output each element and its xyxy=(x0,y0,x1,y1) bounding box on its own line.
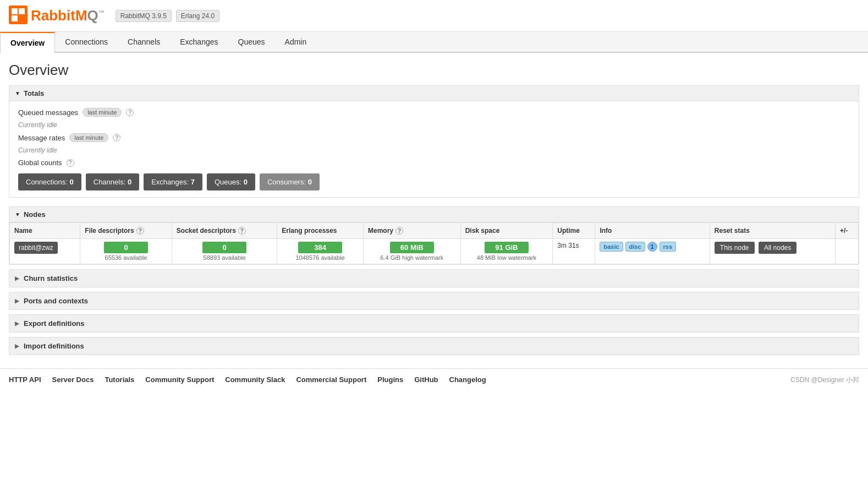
svg-rect-4 xyxy=(20,17,23,20)
nav-channels[interactable]: Channels xyxy=(118,32,170,52)
nav-exchanges[interactable]: Exchanges xyxy=(170,32,228,52)
nodes-content: Name File descriptors ? Socket descripto… xyxy=(9,222,859,265)
svg-rect-3 xyxy=(12,15,18,21)
footer-community-support[interactable]: Community Support xyxy=(145,375,214,385)
badge-basic[interactable]: basic xyxy=(600,242,623,252)
th-info: Info xyxy=(595,223,710,239)
global-counts-help[interactable]: ? xyxy=(67,159,74,167)
main-nav: Overview Connections Channels Exchanges … xyxy=(0,32,868,53)
churn-arrow: ▶ xyxy=(15,275,19,281)
footer-community-slack[interactable]: Community Slack xyxy=(225,375,285,385)
ports-contexts-header[interactable]: ▶ Ports and contexts xyxy=(9,292,859,310)
page-title: Overview xyxy=(9,62,859,79)
ports-arrow: ▶ xyxy=(15,298,19,304)
reset-stats-cell: This node All nodes xyxy=(710,239,835,264)
all-nodes-button[interactable]: All nodes xyxy=(759,242,796,254)
queued-messages-row: Queued messages last minute ? xyxy=(18,108,850,117)
disk-space-bar: 91 GiB xyxy=(485,242,529,253)
uptime-value: 3m 31s xyxy=(557,242,579,249)
totals-arrow: ▼ xyxy=(15,90,20,96)
this-node-button[interactable]: This node xyxy=(715,242,755,254)
currently-idle-1-row: Currently idle xyxy=(18,121,850,129)
footer-tutorials[interactable]: Tutorials xyxy=(105,375,134,385)
churn-statistics-label: Churn statistics xyxy=(24,274,78,282)
nodes-header[interactable]: ▼ Nodes xyxy=(9,206,859,222)
uptime-cell: 3m 31s xyxy=(553,239,595,264)
footer-changelog[interactable]: Changelog xyxy=(449,375,486,385)
connections-label: Connections: xyxy=(26,178,68,186)
message-rates-label: Message rates xyxy=(18,134,65,142)
queues-label: Queues: xyxy=(215,178,241,186)
ports-contexts-label: Ports and contexts xyxy=(24,297,88,305)
connections-count-btn[interactable]: Connections: 0 xyxy=(18,173,81,190)
th-file-desc-help[interactable]: ? xyxy=(136,227,144,235)
nodes-table-header-row: Name File descriptors ? Socket descripto… xyxy=(10,223,859,239)
socket-descriptors-bar: 0 xyxy=(202,242,246,253)
footer: HTTP API Server Docs Tutorials Community… xyxy=(0,368,868,391)
badge-disc[interactable]: disc xyxy=(625,242,645,252)
th-memory-help[interactable]: ? xyxy=(395,227,403,235)
ports-contexts-section: ▶ Ports and contexts xyxy=(9,292,859,310)
footer-plugins[interactable]: Plugins xyxy=(377,375,403,385)
footer-credit: CSDN @Designer 小邦 xyxy=(497,375,859,385)
th-erlang-processes: Erlang processes xyxy=(277,223,364,239)
queued-messages-badge[interactable]: last minute xyxy=(83,108,122,117)
info-badges: basic disc 1 rss xyxy=(600,242,705,252)
queues-count-btn[interactable]: Queues: 0 xyxy=(207,173,255,190)
erlang-processes-bar: 384 xyxy=(298,242,342,253)
th-uptime: Uptime xyxy=(553,223,595,239)
import-definitions-label: Import definitions xyxy=(24,342,84,350)
footer-commercial-support[interactable]: Commercial Support xyxy=(296,375,366,385)
export-definitions-section: ▶ Export definitions xyxy=(9,314,859,333)
nav-admin[interactable]: Admin xyxy=(275,32,317,52)
churn-statistics-header[interactable]: ▶ Churn statistics xyxy=(9,269,859,287)
channels-count-btn[interactable]: Channels: 0 xyxy=(86,173,139,190)
footer-github[interactable]: GitHub xyxy=(414,375,438,385)
th-socket-desc-help[interactable]: ? xyxy=(238,227,246,235)
export-definitions-header[interactable]: ▶ Export definitions xyxy=(9,314,859,333)
file-descriptors-cell: 0 65536 available xyxy=(80,239,172,264)
totals-content: Queued messages last minute ? Currently … xyxy=(9,101,859,198)
badge-num[interactable]: 1 xyxy=(647,242,657,252)
badge-rss[interactable]: rss xyxy=(660,242,677,252)
th-file-descriptors: File descriptors ? xyxy=(80,223,172,239)
import-definitions-header[interactable]: ▶ Import definitions xyxy=(9,337,859,355)
counts-row: Connections: 0 Channels: 0 Exchanges: 7 … xyxy=(18,173,850,190)
nav-overview[interactable]: Overview xyxy=(0,32,55,53)
disk-space-sub: 48 MiB low watermark xyxy=(465,254,548,261)
th-disk-space: Disk space xyxy=(460,223,553,239)
file-descriptors-sub: 65536 available xyxy=(85,254,167,261)
node-name-cell: rabbit@zwz xyxy=(10,239,80,264)
main-content: Overview ▼ Totals Queued messages last m… xyxy=(0,53,868,355)
message-rates-help[interactable]: ? xyxy=(113,134,120,141)
logo-text: RabbitMQ™ xyxy=(31,7,105,24)
memory-sub: 6.4 GiB high watermark xyxy=(368,254,456,261)
nav-queues[interactable]: Queues xyxy=(228,32,275,52)
message-rates-badge[interactable]: last minute xyxy=(69,133,108,142)
currently-idle-2-row: Currently idle xyxy=(18,146,850,154)
totals-label: Totals xyxy=(24,89,44,97)
erlang-processes-cell: 384 1048576 available xyxy=(277,239,364,264)
footer-server-docs[interactable]: Server Docs xyxy=(52,375,94,385)
plus-minus-cell xyxy=(835,239,858,264)
socket-descriptors-sub: 58893 available xyxy=(177,254,272,261)
export-arrow: ▶ xyxy=(15,320,19,326)
socket-descriptors-cell: 0 58893 available xyxy=(172,239,277,264)
node-name-badge: rabbit@zwz xyxy=(14,242,58,254)
erlang-badge: Erlang 24.0 xyxy=(176,10,219,22)
nav-connections[interactable]: Connections xyxy=(55,32,118,52)
totals-header[interactable]: ▼ Totals xyxy=(9,85,859,101)
queued-messages-help[interactable]: ? xyxy=(126,108,134,116)
th-name: Name xyxy=(10,223,80,239)
info-cell: basic disc 1 rss xyxy=(595,239,710,264)
exchanges-count-btn[interactable]: Exchanges: 7 xyxy=(144,173,202,190)
consumers-count-btn[interactable]: Consumers: 0 xyxy=(260,173,320,190)
svg-rect-2 xyxy=(19,8,25,14)
th-plus-minus: +/- xyxy=(835,223,858,239)
file-descriptors-bar: 0 xyxy=(104,242,148,253)
logo: RabbitMQ™ xyxy=(9,6,105,26)
totals-section: ▼ Totals Queued messages last minute ? C… xyxy=(9,85,859,198)
footer-http-api[interactable]: HTTP API xyxy=(9,375,41,385)
nodes-arrow: ▼ xyxy=(15,211,20,217)
consumers-label: Consumers: xyxy=(267,178,306,186)
